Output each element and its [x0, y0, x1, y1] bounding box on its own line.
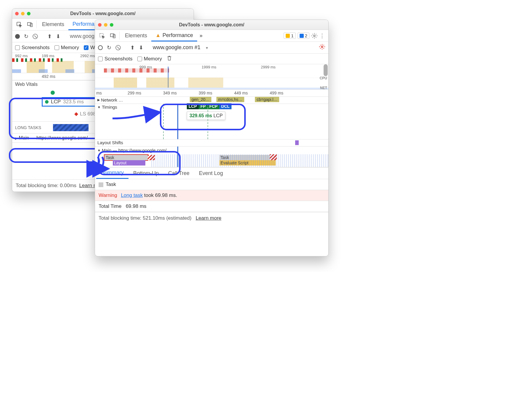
tick-label: 992 ms: [15, 54, 28, 58]
ruler-tick: ms: [96, 91, 102, 95]
tab-event-log[interactable]: Event Log: [194, 168, 228, 179]
scrollbar[interactable]: [324, 64, 328, 250]
upload-icon[interactable]: ⬆: [130, 44, 135, 51]
tbt-text: Total blocking time: 521.10ms (estimated…: [99, 215, 192, 221]
more-tabs[interactable]: »: [197, 30, 205, 41]
device-toggle-icon[interactable]: [25, 19, 35, 30]
reload-button[interactable]: ↻: [107, 44, 111, 51]
task-swatch-icon: [99, 182, 103, 187]
timings-label: Timings: [102, 105, 117, 110]
network-request[interactable]: gen_20…: [190, 97, 211, 102]
clear-button[interactable]: [33, 34, 38, 39]
summary-warning-row: Warning Long task took 69.98 ms.: [95, 190, 328, 201]
tab-performance[interactable]: ▲Performance: [151, 30, 197, 41]
screenshots-checkbox[interactable]: Screenshots: [98, 56, 133, 62]
lcp-marker-icon[interactable]: [51, 91, 55, 95]
record-button[interactable]: [15, 34, 20, 39]
scrollbar-thumb[interactable]: [324, 64, 328, 76]
tab-elements[interactable]: Elements: [38, 19, 68, 30]
svg-rect-1: [28, 23, 31, 25]
window-controls: [98, 23, 113, 27]
svg-point-7: [321, 46, 323, 48]
total-time-label: Total Time: [99, 203, 121, 209]
ruler-tick: 399 ms: [199, 91, 212, 95]
minimize-icon[interactable]: [21, 12, 25, 15]
ruler-tick: 299 ms: [128, 91, 141, 95]
task-block[interactable]: Task: [219, 155, 270, 160]
layout-shifts-track[interactable]: Layout Shifts: [95, 139, 328, 147]
callout-main-task: [98, 151, 181, 175]
device-toggle-icon[interactable]: [107, 30, 118, 41]
ruler-tick: 449 ms: [234, 91, 248, 95]
window-title: DevTools - www.google.com/: [12, 11, 194, 16]
screenshots-checkbox[interactable]: Screenshots: [15, 45, 50, 51]
warning-text: took 69.98 ms.: [143, 192, 177, 198]
issues-warning-badge[interactable]: 1: [284, 33, 295, 39]
summary-task-label: Task: [106, 181, 116, 187]
download-icon[interactable]: ⬇: [56, 33, 60, 40]
inspect-icon[interactable]: [14, 19, 25, 30]
minimize-icon[interactable]: [104, 23, 107, 27]
network-request[interactable]: cb=gapi.l…: [255, 97, 279, 102]
network-request[interactable]: m=cdos,hs…: [216, 97, 244, 102]
memory-checkbox[interactable]: Memory: [54, 45, 79, 51]
memory-checkbox[interactable]: Memory: [137, 56, 162, 62]
learn-more-link[interactable]: Learn more: [196, 215, 221, 221]
capture-options: Screenshots Memory: [95, 54, 328, 64]
expand-icon[interactable]: ▶: [97, 98, 100, 102]
evaluate-script-block[interactable]: Evaluate Script: [219, 160, 276, 166]
tick-label: 199 ms: [42, 54, 54, 58]
tick-label: 1999 ms: [202, 65, 216, 69]
ruler-tick: 499 ms: [270, 91, 283, 95]
layout-shift-marker[interactable]: [295, 140, 299, 145]
titlebar[interactable]: DevTools - www.google.com/: [95, 20, 328, 30]
trash-icon[interactable]: [167, 55, 172, 62]
summary-title-row: Task: [95, 179, 328, 190]
time-ruler[interactable]: ms 299 ms 349 ms 399 ms 449 ms 499 ms: [95, 90, 328, 97]
issues-message-badge[interactable]: 2: [298, 33, 309, 39]
window-title: DevTools - www.google.com/: [95, 22, 328, 28]
record-button[interactable]: [98, 45, 103, 50]
devtools-tabs: Elements ▲Performance » 1 2 ⋮: [95, 30, 328, 42]
svg-rect-4: [110, 34, 114, 37]
chevron-down-icon: ▼: [205, 46, 209, 50]
reload-button[interactable]: ↻: [24, 33, 28, 40]
svg-point-6: [314, 35, 315, 37]
maximize-icon[interactable]: [27, 12, 30, 15]
maximize-icon[interactable]: [110, 23, 113, 27]
recording-dropdown[interactable]: www.google.com #1▼: [153, 44, 209, 51]
ruler-tick: 349 ms: [163, 91, 177, 95]
total-time-value: 69.98 ms: [126, 203, 147, 209]
kebab-menu-icon[interactable]: ⋮: [319, 33, 326, 39]
network-track[interactable]: ▶ Network … gen_20… m=cdos,hs… cb=gapi.l…: [95, 97, 328, 104]
overview-timeline[interactable]: 999 ms 1999 ms 2999 ms CPU NET: [95, 64, 328, 90]
collapse-icon[interactable]: ▼: [97, 149, 101, 152]
close-icon[interactable]: [15, 12, 19, 15]
clear-button[interactable]: [115, 45, 121, 50]
tick-label: 2999 ms: [261, 65, 276, 69]
warning-label: Warning: [99, 192, 117, 198]
devtools-window-2: DevTools - www.google.com/ Elements ▲Per…: [95, 20, 329, 256]
layout-shifts-label: Layout Shifts: [97, 140, 328, 145]
window-controls: [15, 12, 30, 15]
network-label: Network …: [101, 97, 123, 102]
tick-label: 2992 ms: [80, 54, 95, 58]
capture-settings-icon[interactable]: [319, 44, 325, 52]
summary-total-time-row: Total Time 69.98 ms: [95, 201, 328, 212]
callout-timings: [160, 104, 246, 130]
close-icon[interactable]: [98, 23, 102, 27]
tab-elements[interactable]: Elements: [121, 30, 151, 41]
long-task-link[interactable]: Long task: [121, 192, 143, 198]
upload-icon[interactable]: ⬆: [47, 33, 52, 40]
download-icon[interactable]: ⬇: [139, 44, 143, 51]
settings-icon[interactable]: [311, 33, 318, 39]
ruler-tick: 492 ms: [42, 74, 55, 79]
collapse-icon[interactable]: ▼: [97, 105, 101, 109]
warning-icon: ▲: [155, 32, 161, 38]
inspect-icon[interactable]: [97, 30, 107, 41]
titlebar[interactable]: DevTools - www.google.com/: [12, 9, 194, 19]
tbt-text: Total blocking time: 0.00ms: [16, 183, 76, 188]
perf-toolbar: ↻ ⬆ ⬇ www.google.com #1▼: [95, 42, 328, 54]
footer: Total blocking time: 521.10ms (estimated…: [95, 212, 328, 224]
